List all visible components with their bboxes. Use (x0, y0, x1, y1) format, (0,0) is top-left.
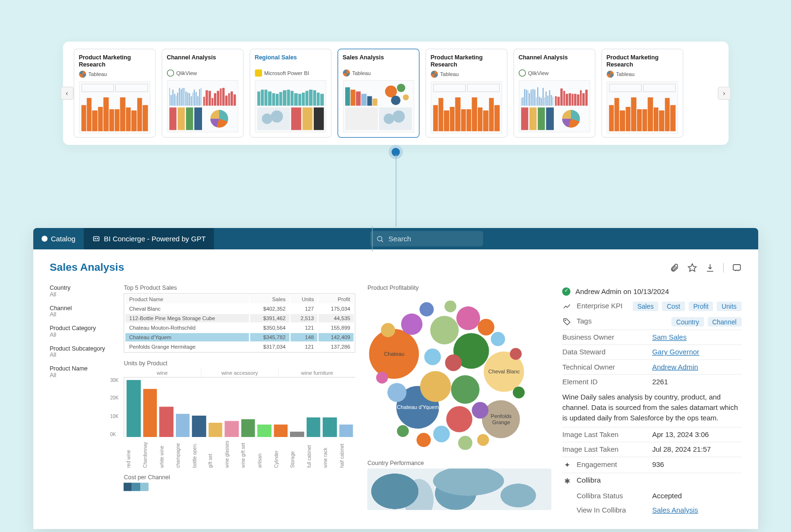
filter-group[interactable]: CountryAll (49, 285, 113, 298)
filter-group[interactable]: Product NameAll (49, 365, 113, 379)
filter-label: Product Name (49, 365, 113, 372)
collibra-label: Collibra (577, 476, 601, 485)
card-tool: QlikView (167, 69, 238, 76)
carousel-card[interactable]: Product Marketing Research Tableau (601, 49, 683, 138)
table-row[interactable]: Chateau Mouton-Rothschild$350,564121155,… (125, 323, 354, 332)
bar (225, 421, 239, 437)
filter-group[interactable]: Product SubcategoryAll (49, 345, 113, 358)
kpi-pill[interactable]: Profit (688, 302, 713, 311)
meta-value: 2261 (652, 378, 742, 386)
table-row[interactable]: Chateau d'Yquem$345,782148142,409 (125, 333, 354, 342)
card-tool: Tableau (79, 71, 150, 78)
bar (274, 425, 288, 437)
meta-value[interactable]: Gary Governor (652, 348, 742, 357)
star-icon[interactable] (687, 263, 697, 272)
table-header: Sales (250, 295, 289, 304)
bar (159, 407, 173, 437)
attachment-icon[interactable] (669, 263, 679, 272)
taken1-label: Image Last Taken (562, 430, 647, 439)
bubble (491, 332, 505, 346)
card-title: Sales Analysis (343, 54, 414, 67)
download-icon[interactable] (705, 263, 714, 272)
bubble-chart: ChateauCheval BlancPenfolds GrangeChatea… (367, 294, 552, 455)
bubble (424, 349, 441, 365)
filter-value: All (49, 332, 113, 338)
bar (209, 423, 222, 437)
bar (290, 432, 304, 437)
tag-pill[interactable]: Country (671, 317, 704, 327)
engagement-label: Engagement (577, 460, 647, 469)
nav-catalog[interactable]: Catalog (33, 228, 84, 249)
table-row[interactable]: Penfolds Grange Hermitage$317,034121137,… (125, 342, 354, 351)
carousel-next[interactable]: › (717, 87, 731, 100)
bubble (417, 433, 431, 447)
bubble (510, 348, 522, 360)
carousel-card[interactable]: Regional Sales Microsoft Power BI (249, 49, 331, 138)
bar (127, 380, 141, 437)
collibra-status-label: Collibra Status (577, 492, 647, 500)
card-tool: Tableau (607, 71, 678, 78)
units-title: Units by Product (124, 360, 356, 367)
description: Wine Daily sales analysis by country, pr… (562, 389, 741, 427)
svg-rect-6 (733, 264, 740, 270)
card-tool: Microsoft Power BI (255, 69, 326, 76)
card-title: Channel Analysis (519, 54, 590, 67)
table-row[interactable]: Cheval Blanc$402,352127175,034 (125, 304, 354, 313)
kpi-pill[interactable]: Units (717, 302, 741, 311)
country-perf-title: Country Performance (367, 460, 552, 466)
bubble (397, 425, 409, 437)
concierge-icon (92, 235, 101, 243)
nav-concierge-label: BI Concierge - Powered by GPT (104, 235, 206, 243)
carousel-card[interactable]: Sales Analysis Tableau (337, 49, 419, 138)
filter-group[interactable]: Product CategoryAll (49, 325, 113, 338)
card-title: Product Marketing Research (79, 54, 150, 68)
kpi-pill[interactable]: Sales (633, 302, 658, 311)
bubble (445, 354, 462, 371)
meta-value[interactable]: Andrew Admin (652, 363, 742, 371)
page-title: Sales Analysis (49, 261, 124, 274)
filter-group[interactable]: ChannelAll (49, 304, 113, 318)
meta-label: Business Owner (562, 333, 647, 342)
view-collibra-link[interactable]: Sales Analysis (652, 506, 742, 514)
taken2-label: Image Last Taken (562, 446, 647, 454)
meta-value[interactable]: Sam Sales (652, 333, 742, 342)
carousel-card[interactable]: Product Marketing Research Tableau (425, 49, 507, 138)
carousel-card[interactable]: Channel Analysis QlikView (513, 49, 595, 138)
bar (241, 419, 255, 437)
carousel-card[interactable]: Channel Analysis QlikView (161, 49, 243, 138)
bar-group-label: wine furniture (278, 369, 356, 377)
bubble (477, 434, 489, 446)
kpi-pill[interactable]: Cost (662, 302, 685, 311)
bar-x-label: wine gift set (241, 438, 255, 468)
bubble (420, 302, 434, 316)
cost-per-channel: Cost per Channel (124, 474, 356, 491)
taken1-value: Apr 13, 2024 3:06 (652, 430, 742, 439)
tool-icon (431, 71, 438, 78)
tool-icon (167, 69, 174, 76)
nav-concierge[interactable]: BI Concierge - Powered by GPT (84, 228, 214, 249)
bubble (434, 426, 450, 442)
bar-x-label: champagne (175, 438, 189, 468)
tag-pill[interactable]: Channel (707, 317, 741, 327)
meta-label: Data Steward (562, 348, 647, 357)
card-title: Product Marketing Research (607, 54, 678, 68)
cost-title: Cost per Channel (124, 474, 356, 481)
card-title: Product Marketing Research (431, 54, 502, 68)
bar-x-label: Chardonnay (143, 438, 156, 468)
table-header: Profit (318, 295, 354, 304)
profitability-title: Product Profitability (367, 285, 552, 291)
chat-icon[interactable] (732, 263, 741, 272)
tool-icon (79, 71, 86, 78)
table-header: Units (290, 295, 318, 304)
carousel-card[interactable]: Product Marketing Research Tableau (73, 49, 155, 138)
carousel-prev[interactable]: ‹ (60, 87, 74, 100)
tool-icon (607, 71, 614, 78)
filter-value: All (49, 311, 113, 318)
taken2-value: Jul 28, 2024 21:57 (652, 446, 742, 454)
tool-icon (519, 69, 526, 76)
bar-x-label: artisan (257, 438, 271, 468)
meta-label: Element ID (562, 378, 647, 386)
table-row[interactable]: 112-Bottle Pine Mega Storage Cube$391,46… (125, 314, 354, 323)
bubble (513, 387, 525, 399)
bar-group-label: wine accessory (201, 369, 278, 377)
